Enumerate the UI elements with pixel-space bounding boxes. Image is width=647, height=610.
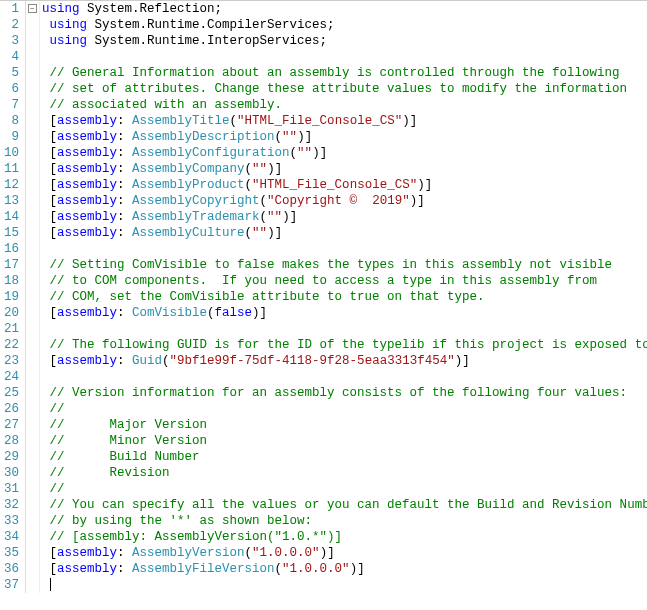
code-line[interactable]: // to COM components. If you need to acc… [42,273,647,289]
token-comment: // set of attributes. Change these attri… [50,82,628,96]
token-comment: // to COM components. If you need to acc… [50,274,598,288]
code-line[interactable]: [assembly: AssemblyConfiguration("")] [42,145,647,161]
code-line[interactable]: using System.Runtime.CompilerServices; [42,17,647,33]
line-number: 16 [4,241,19,257]
token-kw: assembly [57,210,117,224]
code-area[interactable]: using System.Reflection; using System.Ru… [40,1,647,593]
code-line[interactable]: // Version information for an assembly c… [42,385,647,401]
code-line[interactable]: // Minor Version [42,433,647,449]
line-number: 20 [4,305,19,321]
code-line[interactable]: [assembly: ComVisible(false)] [42,305,647,321]
code-line[interactable]: // [42,481,647,497]
token-kw: assembly [57,354,117,368]
token-kw: assembly [57,546,117,560]
code-line[interactable]: [assembly: AssemblyVersion("1.0.0.0")] [42,545,647,561]
token-comment: // Revision [50,466,170,480]
line-number: 25 [4,385,19,401]
token-txt: [ [42,210,57,224]
code-line[interactable]: // Setting ComVisible to false makes the… [42,257,647,273]
token-comment: // Version information for an assembly c… [50,386,628,400]
token-txt: ( [230,114,238,128]
code-line[interactable]: // The following GUID is for the ID of t… [42,337,647,353]
token-txt [42,402,50,416]
fold-toggle-icon[interactable]: − [28,4,37,13]
line-number: 8 [4,113,19,129]
token-txt: ( [162,354,170,368]
code-line[interactable]: [assembly: AssemblyDescription("")] [42,129,647,145]
line-number: 19 [4,289,19,305]
token-kw: assembly [57,130,117,144]
token-txt: ( [245,162,253,176]
fold-gutter[interactable]: − [26,1,40,593]
token-txt [42,290,50,304]
token-str: "1.0.0.0" [282,562,350,576]
code-editor[interactable]: 1234567891011121314151617181920212223242… [0,0,647,593]
code-line[interactable]: [assembly: AssemblyProduct("HTML_File_Co… [42,177,647,193]
code-line[interactable]: // [assembly: AssemblyVersion("1.0.*")] [42,529,647,545]
token-txt [42,18,50,32]
token-type: AssemblyProduct [132,178,245,192]
code-line[interactable]: // You can specify all the values or you… [42,497,647,513]
code-line[interactable] [42,577,647,593]
token-txt [42,386,50,400]
token-txt [42,258,50,272]
line-number: 24 [4,369,19,385]
token-comment: // associated with an assembly. [50,98,283,112]
token-txt: : [117,226,132,240]
line-number: 10 [4,145,19,161]
code-line[interactable] [42,49,647,65]
token-kw: false [215,306,253,320]
line-number: 12 [4,177,19,193]
token-txt: )] [455,354,470,368]
line-number: 30 [4,465,19,481]
token-txt: : [117,146,132,160]
code-line[interactable] [42,369,647,385]
code-line[interactable]: [assembly: AssemblyFileVersion("1.0.0.0"… [42,561,647,577]
token-type: AssemblyCulture [132,226,245,240]
code-line[interactable]: // Revision [42,465,647,481]
code-line[interactable] [42,321,647,337]
line-number: 22 [4,337,19,353]
code-line[interactable] [42,241,647,257]
token-kw: assembly [57,562,117,576]
code-line[interactable]: [assembly: AssemblyCopyright("Copyright … [42,193,647,209]
code-line[interactable]: using System.Reflection; [42,1,647,17]
token-txt: System.Reflection; [80,2,223,16]
token-txt [42,82,50,96]
code-line[interactable]: // COM, set the ComVisible attribute to … [42,289,647,305]
token-txt: [ [42,146,57,160]
token-str: "" [282,130,297,144]
line-number: 6 [4,81,19,97]
code-line[interactable]: [assembly: AssemblyTitle("HTML_File_Cons… [42,113,647,129]
code-line[interactable]: // Build Number [42,449,647,465]
token-str: "" [252,162,267,176]
code-line[interactable]: // Major Version [42,417,647,433]
code-line[interactable]: [assembly: Guid("9bf1e99f-75df-4118-9f28… [42,353,647,369]
code-line[interactable]: // [42,401,647,417]
line-number: 17 [4,257,19,273]
code-line[interactable]: // set of attributes. Change these attri… [42,81,647,97]
code-line[interactable]: [assembly: AssemblyTrademark("")] [42,209,647,225]
token-txt [42,434,50,448]
line-number: 11 [4,161,19,177]
token-txt [42,450,50,464]
line-number: 18 [4,273,19,289]
token-txt: : [117,178,132,192]
line-number: 13 [4,193,19,209]
code-line[interactable]: // General Information about an assembly… [42,65,647,81]
token-txt: : [117,210,132,224]
code-line[interactable]: [assembly: AssemblyCompany("")] [42,161,647,177]
token-kw: assembly [57,178,117,192]
code-line[interactable]: using System.Runtime.InteropServices; [42,33,647,49]
line-number: 21 [4,321,19,337]
token-type: AssemblyCompany [132,162,245,176]
token-comment: // [50,402,65,416]
token-kw: assembly [57,306,117,320]
token-txt: : [117,194,132,208]
token-comment: // by using the '*' as shown below: [50,514,313,528]
line-number: 33 [4,513,19,529]
code-line[interactable]: // by using the '*' as shown below: [42,513,647,529]
token-kw: using [42,2,80,16]
code-line[interactable]: // associated with an assembly. [42,97,647,113]
code-line[interactable]: [assembly: AssemblyCulture("")] [42,225,647,241]
